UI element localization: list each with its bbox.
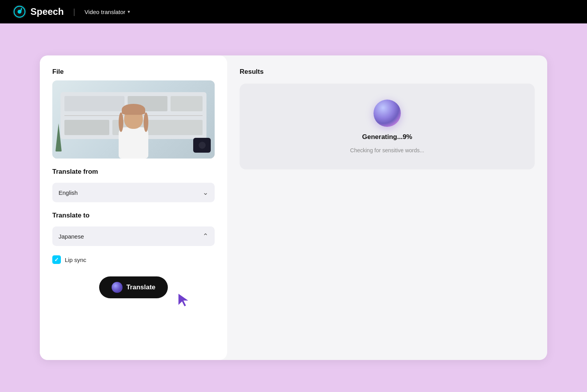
right-panel: Results Generating...9% Checking for sen… xyxy=(227,55,547,360)
orb-icon xyxy=(112,282,123,293)
person-head xyxy=(124,109,143,129)
person xyxy=(119,109,148,159)
chevron-up-icon: ⌃ xyxy=(203,232,208,241)
file-label: File xyxy=(52,68,215,76)
logo-icon xyxy=(12,5,27,19)
person-body xyxy=(119,127,148,159)
lip-sync-checkbox[interactable]: ✓ xyxy=(52,255,61,264)
translate-from-section: Translate from English ⌄ xyxy=(52,168,215,202)
translate-from-dropdown[interactable]: English ⌄ xyxy=(52,183,215,202)
svg-marker-4 xyxy=(178,293,190,307)
translate-to-section: Translate to Japanese ⌃ xyxy=(52,212,215,246)
translate-to-label: Translate to xyxy=(52,212,215,219)
file-section: File xyxy=(52,68,215,159)
shelf-item xyxy=(64,96,125,111)
lip-sync-label: Lip sync xyxy=(65,257,86,263)
translate-button[interactable]: Translate xyxy=(99,276,168,298)
card-container: File xyxy=(40,55,547,360)
generating-text: Generating...9% xyxy=(362,133,412,141)
translate-from-value: English xyxy=(59,189,78,196)
chevron-down-icon: ⌄ xyxy=(203,188,208,197)
plant xyxy=(55,123,62,159)
header-divider: | xyxy=(73,7,75,16)
camera-lens xyxy=(199,142,206,149)
left-panel: File xyxy=(40,55,227,360)
generating-subtitle: Checking for sensitive words... xyxy=(350,147,424,153)
translate-button-wrap: Translate xyxy=(52,276,215,298)
camera xyxy=(193,138,211,153)
logo-text: Speech xyxy=(30,6,64,17)
main-content: File xyxy=(0,23,587,392)
video-thumbnail[interactable] xyxy=(52,80,215,159)
video-translator-nav[interactable]: Video translator ▾ xyxy=(85,9,130,15)
app-header: Speech | Video translator ▾ xyxy=(0,0,587,23)
translate-to-value: Japanese xyxy=(59,233,84,240)
results-label: Results xyxy=(240,68,535,76)
translate-to-dropdown[interactable]: Japanese ⌃ xyxy=(52,226,215,246)
results-card: Generating...9% Checking for sensitive w… xyxy=(240,84,535,169)
shelf-item xyxy=(64,120,109,135)
cursor-pointer xyxy=(176,291,191,310)
translate-button-label: Translate xyxy=(126,283,156,291)
person-hair-right xyxy=(144,112,148,132)
person-hair-left xyxy=(119,112,123,132)
nav-item-label: Video translator xyxy=(85,9,126,15)
person-hair-top xyxy=(122,104,145,115)
checkmark-icon: ✓ xyxy=(54,257,59,263)
thumbnail-image xyxy=(52,80,215,159)
translate-from-label: Translate from xyxy=(52,168,215,176)
lip-sync-row: ✓ Lip sync xyxy=(52,255,215,264)
shelf-item xyxy=(171,96,203,111)
logo: Speech xyxy=(12,5,64,19)
chevron-down-icon: ▾ xyxy=(128,9,130,14)
generating-orb xyxy=(374,100,401,127)
